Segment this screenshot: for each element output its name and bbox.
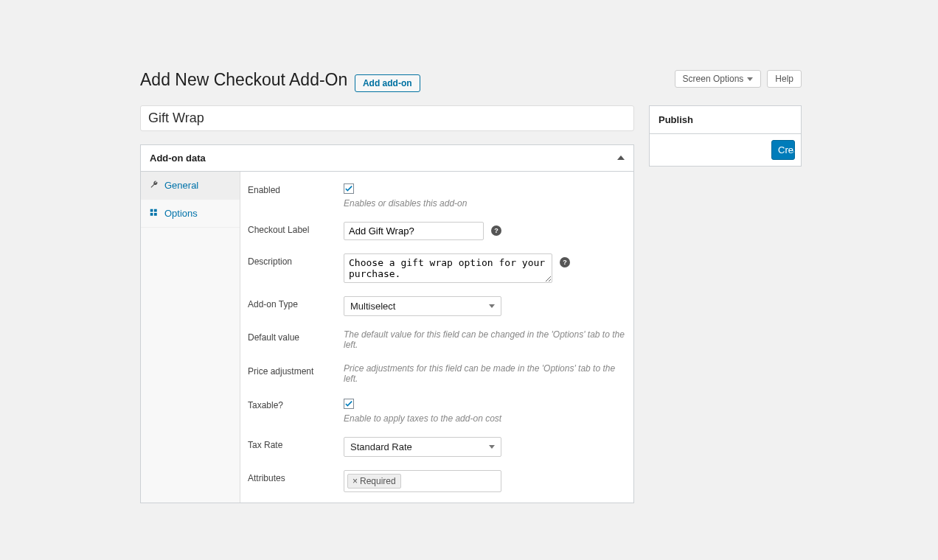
screen-options-button[interactable]: Screen Options [675,70,762,88]
taxable-checkbox[interactable] [344,399,354,409]
price-adjustment-label: Price adjustment [248,363,344,377]
addon-type-label: Add-on Type [248,296,344,309]
caret-down-icon [489,445,495,449]
help-icon[interactable]: ? [560,257,570,267]
tax-rate-value: Standard Rate [350,441,412,452]
enabled-hint: Enables or disables this add-on [344,198,467,209]
publish-title: Publish [650,106,801,134]
caret-down-icon [489,304,495,308]
attributes-input[interactable]: × Required [344,470,501,492]
tab-general-label: General [164,180,198,191]
description-textarea[interactable] [344,253,552,283]
tab-options-label: Options [164,208,198,219]
screen-options-label: Screen Options [683,74,744,84]
description-label: Description [248,253,344,267]
default-value-hint: The default value for this field can be … [344,329,626,350]
collapse-toggle-icon[interactable] [617,155,625,160]
remove-icon[interactable]: × [352,476,358,486]
tag-label: Required [360,476,396,486]
svg-rect-0 [150,209,153,212]
svg-rect-1 [154,209,157,212]
addon-data-panel: Add-on data General [140,144,634,503]
wrench-icon [150,181,159,189]
enabled-checkbox[interactable] [344,183,354,194]
svg-rect-2 [150,213,153,216]
help-label: Help [775,74,793,84]
taxable-label: Taxable? [248,397,344,410]
grid-icon [150,209,159,217]
check-icon [345,185,352,192]
addon-type-select[interactable]: Multiselect [344,296,501,316]
check-icon [345,400,352,407]
addon-type-value: Multiselect [350,301,395,312]
default-value-label: Default value [248,329,344,343]
attributes-label: Attributes [248,470,344,483]
help-icon[interactable]: ? [491,225,501,236]
taxable-hint: Enable to apply taxes to the add-on cost [344,413,501,424]
attribute-tag[interactable]: × Required [347,474,401,489]
svg-rect-3 [154,213,157,216]
create-button[interactable]: Create [771,140,795,160]
checkout-label-label: Checkout Label [248,222,344,235]
panel-title: Add-on data [150,153,206,164]
tax-rate-select[interactable]: Standard Rate [344,437,501,457]
publish-panel: Publish Create [649,105,802,167]
checkout-label-input[interactable] [344,222,484,240]
caret-down-icon [747,77,753,81]
page-title: Add New Checkout Add-On [140,70,347,90]
help-button[interactable]: Help [767,70,802,88]
title-input[interactable] [140,105,634,131]
price-adjustment-hint: Price adjustments for this field can be … [344,363,626,384]
tab-general[interactable]: General [141,172,240,200]
enabled-label: Enabled [248,182,344,195]
tab-options[interactable]: Options [141,200,240,228]
tax-rate-label: Tax Rate [248,437,344,450]
add-addon-button[interactable]: Add add-on [355,74,420,92]
